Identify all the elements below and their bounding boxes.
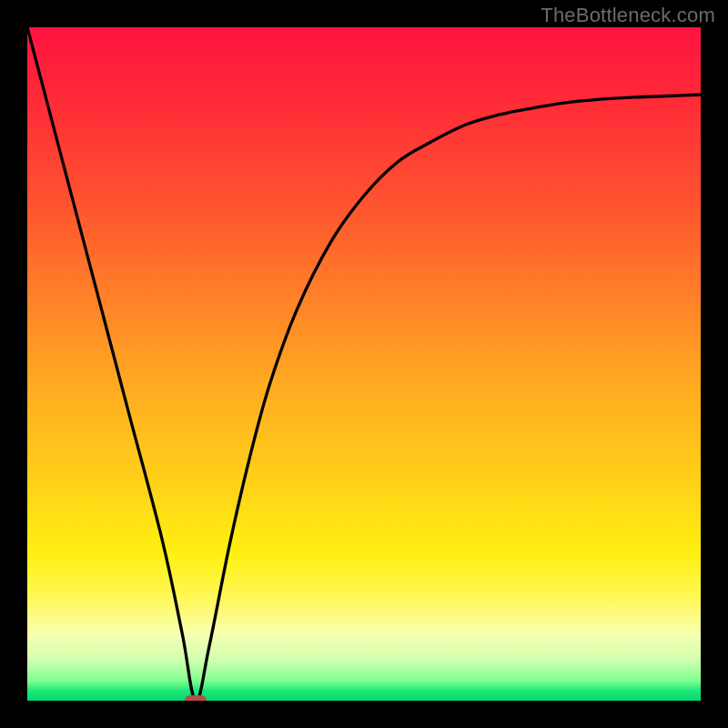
curve-layer xyxy=(27,27,701,701)
bottleneck-curve xyxy=(27,27,701,701)
watermark-text: TheBottleneck.com xyxy=(541,4,715,27)
plot-area xyxy=(27,27,701,701)
vertex-marker xyxy=(185,695,207,701)
chart-frame: TheBottleneck.com xyxy=(0,0,728,728)
